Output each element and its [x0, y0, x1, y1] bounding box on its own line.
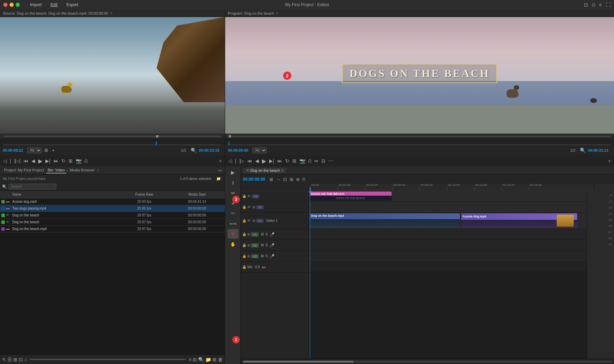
table-row[interactable]: ▬ Aussie dog.mp4 25.00 fps 00:04:41:14 [0, 198, 225, 205]
selection-tool-btn[interactable]: ▶ [228, 168, 238, 177]
zoom-icon[interactable]: ○ [24, 357, 27, 362]
list-view-icon[interactable]: ☰ [8, 357, 12, 362]
metadata-icon[interactable]: ⊡ [19, 357, 23, 362]
src-go-out[interactable]: ⏭ [53, 157, 59, 164]
a3-s[interactable]: S [265, 254, 268, 258]
v2-eye-icon[interactable]: 👁 [247, 205, 251, 209]
src-camera[interactable]: 📷 [75, 157, 83, 164]
a1-mic-icon[interactable]: 🎤 [269, 232, 275, 237]
a1-s[interactable]: S [265, 232, 268, 236]
a3-mic-icon[interactable]: 🎤 [269, 254, 275, 259]
freeform-icon[interactable]: ⊟ [193, 357, 197, 362]
tc-merge[interactable]: ⊞ [289, 176, 294, 183]
v1-eye-icon[interactable]: 👁 [247, 219, 251, 223]
clip-aussie-dog[interactable]: Aussie dog.mp4 [461, 213, 577, 228]
src-step-back[interactable]: ◀ [30, 157, 36, 164]
minimize-button[interactable] [10, 3, 14, 7]
menu-icon[interactable]: ≡ [599, 2, 602, 7]
menu-edit[interactable]: Edit [49, 2, 59, 8]
prg-export-frame[interactable]: ⎙ [307, 157, 312, 164]
prg-camera[interactable]: 📷 [298, 157, 306, 164]
clip-dog-beach[interactable]: Dog on the beach.mp4 [310, 213, 460, 228]
tc-snap[interactable]: ⊡ [282, 176, 288, 183]
mix-end-icon[interactable]: ⏭ [262, 265, 266, 270]
slip-tool-btn[interactable]: ⟺ [228, 219, 238, 228]
mix-lock-icon[interactable]: 🔒 [242, 265, 246, 269]
tc-add-markers[interactable]: ⊞ [268, 176, 274, 183]
program-fit-select[interactable]: Fit [252, 148, 267, 153]
prg-mark-clip[interactable]: |▷ [238, 157, 246, 164]
timeline-scrollbar[interactable] [241, 359, 614, 364]
a3-m[interactable]: M [261, 254, 264, 258]
a1-lock-icon[interactable]: 🔒 [242, 232, 246, 236]
panel-more-btn[interactable]: >> [218, 168, 222, 172]
src-play[interactable]: ▶ [37, 157, 43, 165]
source-scrubber-handle[interactable] [156, 135, 159, 138]
timeline-tab-close[interactable]: ✕ [246, 168, 249, 172]
clip-title-text[interactable]: DOGS ON THE BEACH DOGS ON THE BEACH [310, 192, 392, 201]
tab-project[interactable]: Project: My First Project [3, 167, 45, 173]
a2-lock-icon[interactable]: 🔒 [242, 243, 246, 247]
a3-lock-icon[interactable]: 🔒 [242, 254, 246, 258]
search-icon2[interactable]: 🔍 [198, 357, 204, 362]
table-row[interactable]: ≋ Dog on the beach 29.97 fps 00:00:00:00 [0, 219, 225, 226]
prg-go-in[interactable]: ⏮ [246, 157, 253, 164]
tc-captions[interactable]: ⎘ [302, 176, 306, 183]
v2-sync-icon[interactable]: ⊞ [252, 205, 255, 209]
src-loop[interactable]: ↻ [60, 157, 67, 164]
program-scrubber-track[interactable] [229, 136, 611, 137]
prg-compare[interactable]: ⊟ [320, 157, 326, 164]
timeline-tab-dog-beach[interactable]: ✕ Dog on the beach ≡ [244, 168, 286, 173]
src-go-in[interactable]: ⏮ [23, 157, 29, 164]
prg-play[interactable]: ▶ [261, 157, 267, 165]
table-row[interactable]: ▬ Two dogs playing.mp4 25.00 fps 00:00:0… [0, 205, 225, 212]
source-fit-select[interactable]: Fit [27, 148, 42, 153]
a3-sync-icon[interactable]: ⊞ [247, 254, 250, 258]
source-settings-btn[interactable]: ⚙ [43, 147, 49, 154]
fullscreen-icon[interactable]: ⛶ [606, 2, 611, 7]
share-icon[interactable]: ⎙ [592, 2, 595, 7]
program-zoom-btn[interactable]: 🔍 [579, 147, 587, 154]
source-scrubber-track[interactable] [3, 136, 221, 137]
a2-m[interactable]: M [261, 243, 264, 247]
table-row[interactable]: ▬ Dog on the beach.mp4 29.97 fps 00:00:0… [0, 226, 225, 232]
tab-media-browser[interactable]: Media Browser [68, 167, 96, 173]
track-select-forward-btn[interactable]: ⟫ [228, 178, 238, 187]
src-settings2[interactable]: + [218, 157, 223, 164]
prg-step-fwd[interactable]: ▶| [268, 157, 275, 164]
add-item-icon[interactable]: ✎ [2, 357, 6, 362]
v3-eye-icon[interactable]: 👁 [247, 194, 251, 198]
expand-icon[interactable]: ⊡ [584, 2, 588, 7]
source-zoom-btn[interactable]: 🔍 [190, 147, 198, 154]
prg-vr[interactable]: ⋯ [327, 157, 334, 164]
v3-lock-icon[interactable]: 🔒 [242, 194, 246, 198]
prg-mark-out[interactable]: | [234, 157, 237, 164]
timeline-scroll-thumb[interactable] [243, 361, 354, 363]
program-scrubber-handle[interactable] [229, 135, 231, 138]
timeline-scroll-track[interactable] [243, 361, 612, 363]
v1-lock-icon[interactable]: 🔒 [242, 219, 246, 223]
items-icon[interactable]: ≡ [189, 357, 191, 362]
src-mark-clip[interactable]: |▷| [13, 157, 21, 164]
src-step-fwd[interactable]: ▶| [44, 157, 52, 164]
v1-sync-icon[interactable]: ⊞ [252, 219, 255, 223]
razor-tool-btn[interactable]: ✄ [228, 209, 238, 218]
table-row[interactable]: ≋ Dog on the beach 29.97 fps 00:00:00:00 [0, 212, 225, 219]
a2-sync-icon[interactable]: ⊞ [247, 243, 250, 247]
icon-view-icon[interactable]: ⊞ [13, 357, 17, 362]
v2-lock-icon[interactable]: 🔒 [242, 205, 246, 209]
a1-m[interactable]: M [261, 232, 264, 236]
timeline-playhead[interactable] [310, 191, 310, 359]
prg-mark-in[interactable]: ◁ [227, 157, 233, 164]
src-safe-margin[interactable]: ⊞ [68, 157, 74, 164]
menu-export[interactable]: Export [65, 2, 80, 8]
new-folder-btn[interactable]: 📁 [215, 176, 222, 182]
delete-icon[interactable]: 🗑 [218, 357, 223, 362]
prg-step-back[interactable]: ◀ [254, 157, 260, 164]
close-button[interactable] [3, 3, 8, 7]
hand-tool-btn[interactable]: ✋ [228, 239, 238, 249]
folder-icon[interactable]: 📁 [205, 357, 211, 362]
zoom-slider[interactable] [30, 359, 186, 360]
source-add-btn[interactable]: + [51, 147, 56, 154]
text-tool-btn[interactable]: T [228, 229, 238, 239]
